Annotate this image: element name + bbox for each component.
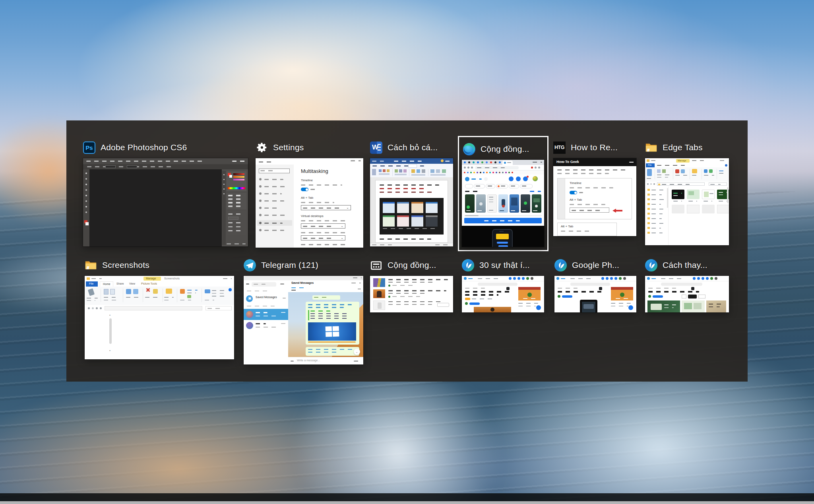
article-cach-thay-thumbnail[interactable]	[645, 276, 729, 312]
tile-title: 30 sự thật í...	[479, 260, 530, 270]
settings-sidebar	[256, 165, 294, 248]
tile-title: Cách bỏ cá...	[388, 143, 438, 152]
tile-header: HTG How to Re...	[553, 140, 618, 155]
settings-window-thumbnail[interactable]: Multitasking Timeline Alt + Tab ⌄ Virtua…	[256, 158, 363, 248]
tile-title: Adobe Photoshop CS6	[101, 143, 187, 152]
tile-title: Settings	[273, 143, 304, 152]
tile-header: Settings	[256, 140, 304, 155]
photoshop-panels	[222, 169, 248, 246]
tile-header: Ps Adobe Photoshop CS6	[83, 140, 187, 155]
htg-icon: HTG	[553, 142, 566, 154]
telegram-chat-selected	[244, 309, 288, 320]
petals-icon	[645, 259, 657, 271]
telegram-chat-list: ▣ Saved Messages	[244, 280, 289, 364]
explorer-screenshots-thumbnail[interactable]: Manage Screenshots File Home Share View …	[85, 276, 234, 359]
word-window-thumbnail[interactable]	[370, 158, 453, 246]
tile-title: Telegram (121)	[261, 260, 318, 270]
edge-window-thumbnail[interactable]	[462, 160, 544, 247]
folder-icon	[645, 142, 657, 154]
taskview-tile-google-photos[interactable]: Google Ph...	[554, 257, 636, 313]
tile-header: Google Ph...	[554, 257, 619, 273]
desktop: { "colors": { "selection_border": "#ffff…	[0, 0, 814, 504]
taskview-tile-edge-selected[interactable]: Cộng đồng...	[458, 136, 548, 251]
tile-header: Cộng đồng...	[463, 141, 529, 157]
tile-title: How to Re...	[571, 143, 618, 152]
tile-header: W Cách bỏ cá...	[370, 140, 438, 155]
tile-title: Cộng đồng...	[388, 260, 436, 270]
telegram-window-thumbnail[interactable]: ▣ Saved Messages Saved Messages	[244, 276, 363, 364]
taskview-tile-settings[interactable]: Settings Multitasking Timeline Alt + Tab	[256, 140, 363, 248]
congdong-window-thumbnail[interactable]	[370, 276, 453, 312]
folder-icon	[85, 259, 97, 271]
tile-header: Screenshots	[85, 257, 149, 273]
htg-window-thumbnail[interactable]: How-To Geek Timeline Alt + Tab Alt + Tab	[553, 158, 636, 236]
taskview-tile-congdong-2[interactable]: Cộng đồng...	[370, 257, 453, 313]
photoshop-window-thumbnail[interactable]	[83, 158, 248, 246]
explorer-content-empty: ▴ ▾	[85, 311, 234, 359]
tinhte-blue-button	[464, 218, 542, 223]
tile-title: Screenshots	[102, 260, 149, 270]
photoshop-icon: Ps	[83, 142, 95, 154]
tile-header: Cách thay...	[645, 257, 707, 273]
edge-icon	[463, 143, 475, 155]
taskview-tile-edge-tabs[interactable]: Edge Tabs Manage File	[645, 140, 729, 247]
taskview-tile-telegram[interactable]: Telegram (121) ▣ Saved Messages	[244, 257, 363, 365]
tile-header: Telegram (121)	[244, 257, 318, 273]
taskview-tile-photoshop[interactable]: Ps Adobe Photoshop CS6	[83, 140, 248, 247]
gear-icon	[256, 142, 268, 154]
tinhte-page	[462, 174, 544, 214]
telegram-conversation: Saved Messages	[288, 280, 363, 364]
photo-bottom-strip	[0, 501, 814, 504]
taskview-tile-htg[interactable]: HTG How to Re... How-To Geek Timeline Al…	[553, 140, 636, 236]
word-document-page	[376, 180, 448, 242]
app-window-icon	[370, 259, 382, 271]
tile-header: Edge Tabs	[645, 140, 703, 155]
tile-header: Cộng đồng...	[370, 257, 436, 273]
tile-title: Google Ph...	[572, 260, 619, 270]
tile-title: Cách thay...	[663, 260, 707, 270]
word-icon: W	[370, 142, 382, 154]
settings-content: Multitasking Timeline Alt + Tab ⌄ Virtua…	[294, 165, 363, 248]
petals-icon	[462, 259, 474, 271]
explorer-edge-tabs-thumbnail[interactable]: Manage File	[645, 158, 729, 245]
telegram-icon	[244, 259, 256, 271]
photo-bottom-edge	[0, 493, 814, 501]
tile-title: Edge Tabs	[663, 143, 703, 152]
tile-title: Cộng đồng...	[481, 144, 529, 154]
taskview-tile-cach-thay[interactable]: Cách thay...	[645, 257, 729, 313]
taskview-tile-word[interactable]: W Cách bỏ cá...	[370, 140, 453, 247]
tile-header: 30 sự thật í...	[462, 257, 530, 273]
petals-icon	[554, 259, 567, 271]
photoshop-canvas	[89, 169, 222, 246]
article-30-su-that-thumbnail[interactable]	[462, 276, 544, 312]
taskview-tile-screenshots[interactable]: Screenshots Manage Screenshots File Home…	[85, 257, 234, 360]
taskview-tile-30-su-that[interactable]: 30 sự thật í...	[462, 257, 544, 313]
article-google-photos-thumbnail[interactable]	[554, 276, 636, 312]
